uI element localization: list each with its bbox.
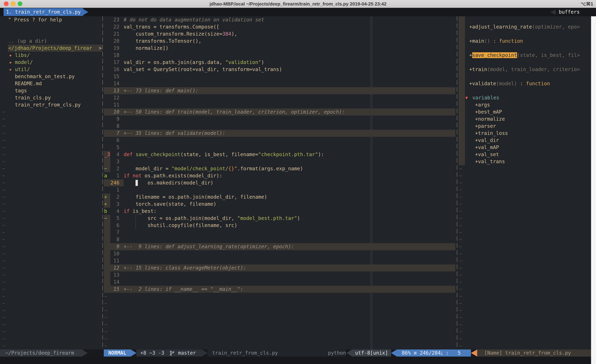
code-text[interactable]: if is_best: — [124, 208, 156, 215]
tag-text[interactable]: +train(model, train_loader, criterio> — [469, 66, 580, 73]
fold-line[interactable]: 10+-- 50 lines: def train(model, train_l… — [104, 109, 457, 116]
variable-item[interactable]: +val_trans — [459, 158, 591, 165]
code-line[interactable]: 1aif not os.path.exists(model_dir): — [104, 172, 457, 179]
variable-item[interactable]: +val_dir — [459, 137, 591, 144]
fold-line[interactable]: 15+-- 2 lines: if __name__ == "__main__"… — [104, 286, 457, 293]
nerdtree-dir-item[interactable]: ▸model/ — [0, 59, 102, 66]
code-line[interactable]: 20 transforms.ToTensor(), — [104, 37, 457, 45]
code-text[interactable]: custom_transform.Resize(size=384), — [124, 30, 237, 37]
code-line[interactable]: 5 — [104, 144, 457, 151]
variable-item[interactable]: +args — [459, 101, 591, 109]
code-text[interactable]: # do not do data augmentation on validat… — [124, 16, 264, 23]
code-line[interactable]: 2~ model_dir = "model/check_point/{}".fo… — [104, 165, 457, 172]
tag-item[interactable]: +validate(model) : function — [459, 80, 591, 87]
tag-kind-header[interactable]: ▼variables — [459, 94, 591, 101]
code-line[interactable]: 13 — [104, 271, 457, 279]
syntax-span: ) — [261, 59, 264, 65]
code-line[interactable]: 7 — [104, 229, 457, 236]
fold-bar[interactable]: 13+-- 73 lines: def main(): — [104, 87, 455, 94]
tilde-marker: ~ — [2, 237, 5, 242]
code-text[interactable]: val_dir = os.path.join(args.data, "valid… — [124, 59, 264, 66]
code-line[interactable]: 9 — [104, 116, 457, 123]
code-line[interactable]: 5~ src = os.path.join(model_dir, "model_… — [104, 215, 457, 222]
code-line[interactable]: 3 — [104, 158, 457, 165]
tagbar-tilde: ~ — [459, 165, 592, 172]
code-text[interactable]: torch.save(state, filename) — [124, 201, 216, 208]
variable-item[interactable]: +normalize — [459, 116, 591, 123]
nerdtree-root-row[interactable]: </jdhao/Projects/deep_firear> — [0, 45, 102, 52]
nerdtree-file-item[interactable]: README.md — [0, 80, 102, 87]
fold-line[interactable]: 13+-- 73 lines: def main(): — [104, 87, 457, 94]
fold-bar[interactable]: 12+-- 15 lines: class AverageMeter(objec… — [104, 264, 455, 271]
tilde-marker: ~ — [2, 244, 5, 249]
code-line[interactable]: 14 — [104, 80, 457, 87]
code-line[interactable]: 14 — [104, 279, 457, 286]
nerdtree-tilde: ~ — [2, 179, 104, 186]
code-line[interactable]: 4_3def save_checkpoint(state, is_best, f… — [104, 151, 457, 158]
code-line[interactable]: 8 — [104, 236, 457, 243]
nerdtree-updir[interactable]: .. (up a dir) — [8, 37, 111, 45]
nerdtree-dir-item[interactable]: ▸libs/ — [0, 52, 102, 59]
nerdtree-tilde: ~ — [2, 165, 104, 172]
nerdtree-dir-item[interactable]: ▸util/ — [0, 66, 102, 73]
code-text[interactable]: shutil.copyfile(filename, src) — [124, 222, 237, 229]
tag-item[interactable]: +main() : function — [459, 37, 591, 45]
code-line[interactable]: 12 — [104, 94, 457, 101]
fold-bar[interactable]: 15+-- 2 lines: if __name__ == "__main__"… — [104, 286, 455, 293]
code-text[interactable]: src = os.path.join(model_dir, "model_bes… — [124, 215, 300, 222]
variable-item[interactable]: +train_loss — [459, 130, 591, 137]
tag-text[interactable]: +validate(model) : function — [469, 80, 550, 87]
tag-text[interactable]: +save_checkpoint(state, is_best, fil> — [469, 52, 580, 59]
variable-item[interactable]: +best_mAP — [459, 109, 591, 116]
nerdtree-file-item[interactable]: benchmark_on_test.py — [0, 73, 102, 80]
nerdtree-file-item[interactable]: train_cls.py — [0, 94, 102, 101]
fold-line[interactable]: 7+-- 35 lines: def validate(model): — [104, 130, 457, 137]
tag-text[interactable]: +adjust_learning_rate(optimizer, epo> — [469, 23, 580, 30]
code-line[interactable]: 4bif is_best: — [104, 208, 457, 215]
code-text[interactable]: if not os.path.exists(model_dir): — [124, 172, 222, 179]
code-line[interactable]: 16val_set = QuerySet(root=val_dir, trans… — [104, 66, 457, 73]
nerdtree-file-item[interactable]: train_retr_from_cls.py — [0, 101, 102, 109]
code-line[interactable]: 22val_trans = transforms.Compose([ — [104, 23, 457, 30]
fold-bar[interactable]: 7+-- 35 lines: def validate(model): — [104, 130, 455, 137]
variable-item[interactable]: +parser — [459, 123, 591, 130]
tag-item[interactable]: +adjust_learning_rate(optimizer, epo> — [459, 23, 591, 30]
code-line[interactable]: 2+ filename = os.path.join(model_dir, fi… — [104, 194, 457, 201]
line-number: 14 — [105, 80, 119, 87]
code-line[interactable]: 23# do not do data augmentation on valid… — [104, 16, 457, 23]
code-line[interactable]: 17val_dir = os.path.join(args.data, "val… — [104, 59, 457, 66]
code-text[interactable]: model_dir = "model/check_point/{}".forma… — [124, 165, 303, 172]
code-line[interactable]: 21 custom_transform.Resize(size=384), — [104, 30, 457, 37]
code-line[interactable]: 19 normalize]) — [104, 45, 457, 52]
fold-bar[interactable]: 10+-- 50 lines: def train(model, train_l… — [104, 109, 455, 116]
code-text[interactable]: normalize]) — [124, 45, 169, 52]
code-line[interactable]: 11 — [104, 101, 457, 109]
code-line[interactable]: 15 — [104, 73, 457, 80]
nerdtree-file-item[interactable]: tags — [0, 87, 102, 94]
code-text[interactable]: val_trans = transforms.Compose([ — [124, 23, 219, 30]
variable-item[interactable]: +val_mAP — [459, 144, 591, 151]
code-line[interactable]: 1 — [104, 186, 457, 194]
code-text[interactable]: transforms.ToTensor(), — [124, 37, 201, 45]
scrollbar-track[interactable] — [591, 16, 596, 364]
fold-line[interactable]: 12+-- 15 lines: class AverageMeter(objec… — [104, 264, 457, 271]
code-text[interactable]: val_set = QuerySet(root=val_dir, transfo… — [124, 66, 282, 73]
code-line[interactable]: 6 shutil.copyfile(filename, src) — [104, 222, 457, 229]
fold-line[interactable]: 9+-- 9 lines: def adjust_learning_rate(o… — [104, 243, 457, 250]
tag-text[interactable]: +main() : function — [469, 37, 523, 45]
code-text[interactable]: filename = os.path.join(model_dir, filen… — [124, 194, 267, 201]
code-line[interactable]: 11 — [104, 257, 457, 264]
code-text[interactable]: def save_checkpoint(state, is_best, file… — [124, 151, 324, 158]
fold-bar[interactable]: 9+-- 9 lines: def adjust_learning_rate(o… — [104, 243, 455, 250]
code-line[interactable]: 10 — [104, 250, 457, 257]
code-line[interactable]: 18 — [104, 52, 457, 59]
command-line[interactable] — [0, 357, 591, 364]
variable-item[interactable]: +val_set — [459, 151, 591, 158]
code-line[interactable]: 6 — [104, 137, 457, 144]
tag-item[interactable]: +train(model, train_loader, criterio> — [459, 66, 591, 73]
code-line[interactable]: 8 — [104, 123, 457, 130]
code-line[interactable]: 246 os.makedirs(model_dir) — [104, 179, 457, 186]
tab-active[interactable]: 1. train_retr_from_cls.py — [4, 8, 83, 16]
code-line[interactable]: 3+ torch.save(state, filename) — [104, 201, 457, 208]
tag-item[interactable]: +save_checkpoint(state, is_best, fil> — [459, 52, 591, 59]
